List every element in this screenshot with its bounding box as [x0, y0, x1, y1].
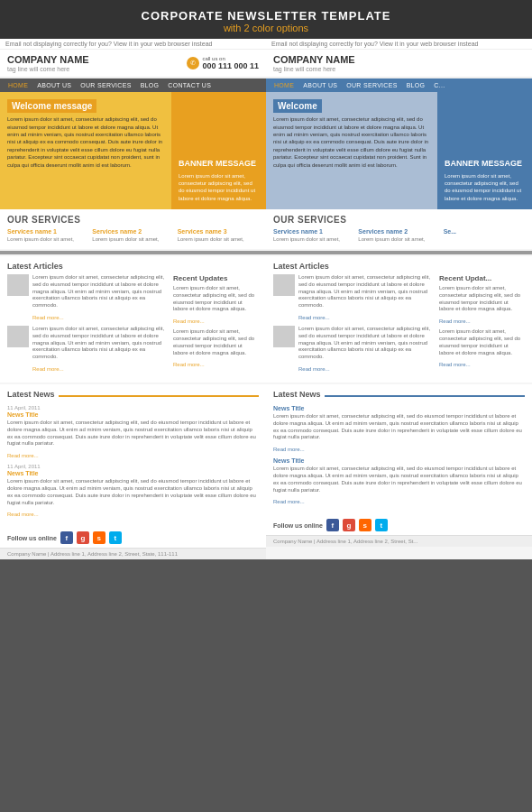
- news-title-1[interactable]: News Title: [7, 411, 259, 418]
- news-text-b1: Lorem ipsum dolor sit amet, consectetur …: [273, 413, 525, 441]
- articles-layout-blue: Lorem ipsum dolor sit amet, consectetur …: [273, 274, 525, 377]
- social-section-blue: Follow us online f g s t: [266, 515, 532, 535]
- news-read-more-b2[interactable]: Read more...: [273, 499, 305, 504]
- nav-contact[interactable]: CONTACT US: [163, 78, 216, 92]
- read-more-2[interactable]: Read more...: [32, 366, 64, 372]
- nav-services-blue[interactable]: OUR SERVICES: [342, 78, 401, 92]
- article-item-2: Lorem ipsum dolor sit amet, consectetur …: [7, 326, 168, 373]
- service-item-b1: Services name 1 Lorem ipsum dolor sit am…: [273, 228, 354, 244]
- twitter-icon-blue[interactable]: t: [375, 519, 388, 531]
- read-more-recent-1[interactable]: Read more...: [173, 318, 205, 324]
- article-item-b2: Lorem ipsum dolor sit amet, consectetur …: [273, 326, 434, 373]
- article-text-b2: Lorem ipsum dolor sit amet, consectetur …: [298, 326, 434, 361]
- service-text-2: Lorem ipsum dolor sit amet,: [92, 236, 173, 244]
- article-content-2: Lorem ipsum dolor sit amet, consectetur …: [32, 326, 168, 373]
- social-label: Follow us online: [7, 535, 57, 541]
- news-heading-blue: Latest News: [273, 390, 321, 399]
- news-read-more-2[interactable]: Read more...: [7, 512, 39, 517]
- news-date-1: 11 April, 2011: [7, 405, 259, 411]
- footer: Company Name | Address line 1, Address l…: [0, 548, 266, 559]
- services-section: OUR SERVICES Services name 1 Lorem ipsum…: [0, 209, 266, 249]
- facebook-icon-blue[interactable]: f: [326, 519, 339, 531]
- nav-home-blue[interactable]: HOME: [270, 78, 298, 92]
- banner-text: Lorem ipsum dolor sit amet, consectetur …: [179, 172, 259, 203]
- welcome-text-blue: Lorem ipsum dolor sit amet, consectetur …: [273, 115, 430, 169]
- news-section-blue: Latest News News Title Lorem ipsum dolor…: [266, 384, 532, 515]
- hero-content-blue: Welcome Lorem ipsum dolor sit amet, cons…: [266, 92, 437, 209]
- articles-main-blue: Lorem ipsum dolor sit amet, consectetur …: [273, 274, 434, 377]
- articles-section-blue: Latest Articles Lorem ipsum dolor sit am…: [266, 256, 532, 383]
- news-item-b1: News Title Lorem ipsum dolor sit amet, c…: [273, 405, 525, 453]
- articles-layout: Lorem ipsum dolor sit amet, consectetur …: [7, 274, 259, 377]
- hero-content: Welcome message Lorem ipsum dolor sit am…: [0, 92, 171, 209]
- article-thumb-1: [7, 274, 29, 296]
- nav-about[interactable]: ABOUT US: [32, 78, 76, 92]
- services-section-blue: OUR SERVICES Services name 1 Lorem ipsum…: [266, 209, 532, 249]
- service-name-1: Services name 1: [7, 228, 88, 235]
- article-thumb-b2: [273, 326, 295, 347]
- welcome-title-blue: Welcome: [273, 99, 322, 113]
- welcome-text: Lorem ipsum dolor sit amet, consectetur …: [7, 115, 164, 169]
- banner-text-blue: Lorem ipsum dolor sit amet, consectetur …: [445, 172, 525, 203]
- divider-blue: [266, 251, 532, 254]
- service-text-3: Lorem ipsum dolor sit amet,: [178, 236, 259, 244]
- news-title-b1[interactable]: News Title: [273, 405, 525, 411]
- promo-banner: CORPORATE NEWSLETTER TEMPLATE with 2 col…: [0, 0, 532, 39]
- footer-blue: Company Name | Address line 1, Address l…: [266, 535, 532, 547]
- read-more-b1[interactable]: Read more...: [298, 315, 330, 320]
- divider: [0, 251, 266, 254]
- news-title-2[interactable]: News Title: [7, 470, 259, 476]
- nav-blog[interactable]: BLOG: [136, 78, 164, 92]
- update-text-2: Lorem ipsum dolor sit amet, consectetur …: [173, 328, 259, 356]
- tag-line-blue: tag line will come here: [273, 66, 355, 72]
- news-divider-blue: [325, 395, 525, 397]
- read-more-recent-b1[interactable]: Read more...: [439, 318, 471, 324]
- navigation: HOME ABOUT US OUR SERVICES BLOG CONTACT …: [0, 78, 266, 92]
- service-name-b2: Services name 2: [358, 228, 439, 235]
- services-grid: Services name 1 Lorem ipsum dolor sit am…: [7, 228, 259, 244]
- nav-blog-blue[interactable]: BLOG: [402, 78, 430, 92]
- article-item-1: Lorem ipsum dolor sit amet, consectetur …: [7, 274, 168, 321]
- service-item-3: Services name 3 Lorem ipsum dolor sit am…: [178, 228, 259, 244]
- articles-main: Lorem ipsum dolor sit amet, consectetur …: [7, 274, 168, 377]
- header: COMPANY NAME tag line will come here ✆ c…: [0, 50, 266, 78]
- service-name-2: Services name 2: [92, 228, 173, 235]
- article-thumb-2: [7, 326, 29, 347]
- nav-about-blue[interactable]: ABOUT US: [298, 78, 342, 92]
- services-grid-blue: Services name 1 Lorem ipsum dolor sit am…: [273, 228, 525, 244]
- nav-home[interactable]: HOME: [4, 78, 32, 92]
- banner-message-blue: BANNER MESSAGE: [445, 159, 525, 170]
- read-more-1[interactable]: Read more...: [32, 315, 64, 320]
- read-more-recent-2[interactable]: Read more...: [173, 362, 205, 367]
- newsletter-layout: Email not displaying correctly for you? …: [0, 39, 532, 559]
- twitter-icon[interactable]: t: [109, 531, 122, 544]
- nav-contact-blue[interactable]: C...: [429, 78, 449, 92]
- articles-heading: Latest Articles: [7, 262, 259, 271]
- nav-services[interactable]: OUR SERVICES: [76, 78, 135, 92]
- hero-section: envato Welcome message Lorem ipsum dolor…: [0, 92, 266, 209]
- news-heading: Latest News: [7, 390, 55, 399]
- article-thumb-b1: [273, 274, 295, 296]
- googleplus-icon-blue[interactable]: g: [343, 519, 355, 531]
- facebook-icon[interactable]: f: [60, 531, 73, 544]
- company-name-blue: COMPANY NAME: [273, 54, 355, 66]
- news-read-more-b1[interactable]: Read more...: [273, 447, 305, 452]
- stumbleupon-icon-blue[interactable]: s: [359, 519, 371, 531]
- read-more-b2[interactable]: Read more...: [298, 366, 330, 372]
- article-content-b1: Lorem ipsum dolor sit amet, consectetur …: [298, 274, 434, 321]
- services-heading-blue: OUR SERVICES: [273, 215, 525, 225]
- read-more-recent-b2[interactable]: Read more...: [439, 362, 471, 367]
- recent-updates: Recent Updates Lorem ipsum dolor sit ame…: [173, 274, 259, 377]
- service-item-b3: Se...: [444, 228, 525, 244]
- googleplus-icon[interactable]: g: [77, 531, 89, 544]
- hero-section-blue: envato Welcome Lorem ipsum dolor sit ame…: [266, 92, 532, 209]
- top-bar: Email not displaying correctly for you? …: [0, 39, 266, 50]
- update-text-b1: Lorem ipsum dolor sit amet, consectetur …: [439, 285, 525, 313]
- news-title-b2[interactable]: News Title: [273, 457, 525, 464]
- news-read-more-1[interactable]: Read more...: [7, 453, 39, 458]
- phone-area: ✆ call us on 000 111 000 11: [187, 56, 259, 70]
- recent-title: Recent Updates: [173, 274, 259, 282]
- stumbleupon-icon[interactable]: s: [93, 531, 105, 544]
- news-text-b2: Lorem ipsum dolor sit amet, consectetur …: [273, 466, 525, 494]
- tag-line: tag line will come here: [7, 66, 89, 72]
